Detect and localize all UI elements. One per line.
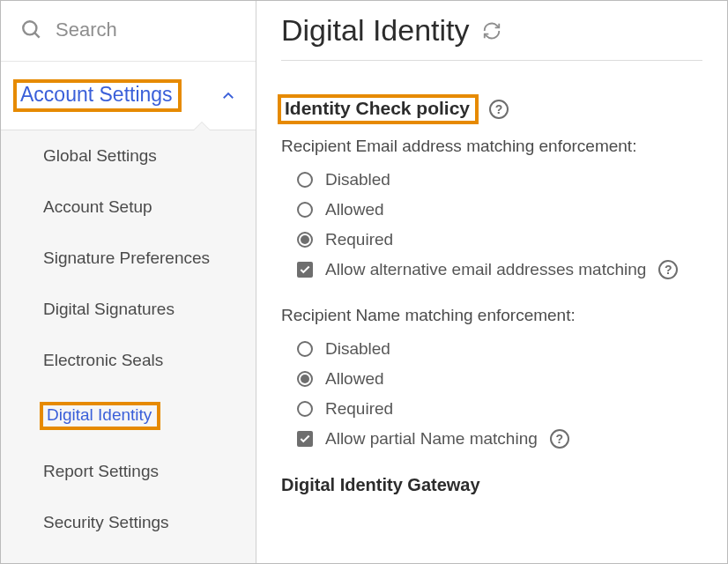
radio-label: Required [325, 230, 393, 249]
name-option-allowed[interactable]: Allowed [297, 364, 702, 394]
highlight-digital-identity: Digital Identity [40, 402, 160, 430]
radio-icon [297, 401, 313, 417]
radio-label: Allowed [325, 200, 384, 219]
radio-icon [297, 341, 313, 357]
email-enforcement-label: Recipient Email address matching enforce… [281, 137, 702, 156]
checkbox-icon [297, 262, 313, 278]
email-option-required[interactable]: Required [297, 225, 702, 255]
svg-point-0 [23, 21, 36, 34]
chevron-up-icon [220, 88, 236, 104]
email-enforcement-group: Disabled Allowed Required Allow alternat… [281, 165, 702, 285]
identity-check-heading: Identity Check policy [285, 98, 470, 118]
radio-icon [297, 202, 313, 218]
radio-label: Allowed [325, 369, 384, 389]
sidebar-item-account-setup[interactable]: Account Setup [1, 182, 256, 233]
sidebar-item-report-settings[interactable]: Report Settings [1, 446, 256, 497]
radio-label: Disabled [325, 339, 390, 359]
search-row[interactable]: Search [1, 1, 256, 62]
checkbox-icon [297, 431, 313, 447]
email-allow-alternative[interactable]: Allow alternative email addresses matchi… [297, 255, 702, 285]
digital-identity-gateway-heading: Digital Identity Gateway [281, 475, 702, 495]
svg-line-1 [34, 33, 39, 37]
sidebar: Search Account Settings Global Settings … [1, 1, 256, 563]
section-heading-row: Identity Check policy ? [281, 94, 702, 124]
sidebar-section-title: Account Settings [20, 83, 173, 106]
radio-icon [297, 172, 313, 188]
identity-check-section: Identity Check policy ? Recipient Email … [281, 61, 702, 495]
search-placeholder: Search [56, 19, 117, 41]
sidebar-item-digital-identity[interactable]: Digital Identity [1, 386, 256, 446]
highlight-account-settings: Account Settings [13, 79, 182, 112]
name-allow-partial[interactable]: Allow partial Name matching ? [297, 424, 702, 454]
page-title: Digital Identity [281, 13, 470, 48]
sidebar-item-global-settings[interactable]: Global Settings [1, 130, 256, 182]
sidebar-section-header[interactable]: Account Settings [1, 62, 256, 130]
help-icon[interactable]: ? [489, 100, 509, 119]
sidebar-item-label: Digital Identity [47, 405, 152, 424]
help-icon[interactable]: ? [658, 260, 678, 279]
name-enforcement-group: Disabled Allowed Required Allow partial … [281, 334, 702, 454]
radio-icon [297, 232, 313, 248]
sidebar-subnav: Global Settings Account Setup Signature … [1, 130, 256, 563]
app-frame: Search Account Settings Global Settings … [0, 0, 728, 564]
radio-icon [297, 371, 313, 387]
checkbox-label: Allow alternative email addresses matchi… [325, 260, 646, 279]
email-option-disabled[interactable]: Disabled [297, 165, 702, 195]
name-enforcement-label: Recipient Name matching enforcement: [281, 306, 702, 325]
sidebar-item-security-settings[interactable]: Security Settings [1, 497, 256, 548]
name-option-disabled[interactable]: Disabled [297, 334, 702, 364]
radio-label: Required [325, 399, 393, 419]
sidebar-item-electronic-seals[interactable]: Electronic Seals [1, 335, 256, 386]
refresh-icon[interactable] [482, 21, 501, 41]
sidebar-item-signature-preferences[interactable]: Signature Preferences [1, 233, 256, 284]
name-option-required[interactable]: Required [297, 394, 702, 424]
main-content: Digital Identity Identity Check policy ?… [256, 1, 727, 563]
highlight-identity-check: Identity Check policy [278, 94, 479, 124]
page-title-row: Digital Identity [281, 13, 702, 61]
radio-label: Disabled [325, 170, 390, 189]
help-icon[interactable]: ? [550, 429, 569, 449]
email-option-allowed[interactable]: Allowed [297, 195, 702, 225]
checkbox-label: Allow partial Name matching [325, 429, 538, 449]
sidebar-item-digital-signatures[interactable]: Digital Signatures [1, 284, 256, 335]
search-icon [20, 19, 43, 41]
